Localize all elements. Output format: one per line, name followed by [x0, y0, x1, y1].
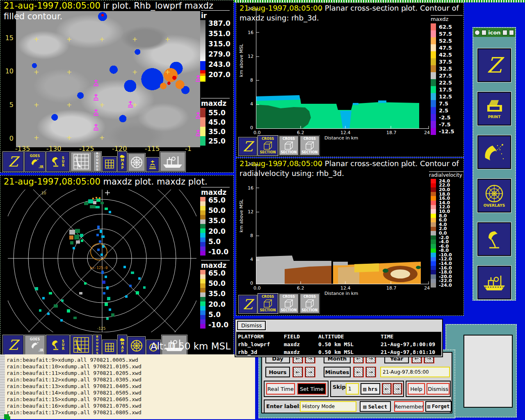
- ir-colorbar-tick: 387.0: [208, 18, 231, 29]
- ppi-radar-display[interactable]: b<-125-0 10 -125: [8, 189, 196, 332]
- goes-ir-button[interactable]: GOES.IR: [25, 335, 45, 355]
- small-grid-button[interactable]: [103, 157, 116, 171]
- goes-ir-button[interactable]: GOES.IR: [25, 152, 45, 171]
- ir-y-tick: 10: [1, 67, 14, 75]
- terminal-line: rain:beaufait:13>xdump.all 970821.0405.x…: [7, 383, 142, 390]
- bounds-button[interactable]: BOUNDS: [93, 152, 101, 171]
- select-button[interactable]: ▤Select: [360, 401, 391, 412]
- cross-section-button-1[interactable]: CROSSSECTION: [258, 136, 278, 155]
- window-ppi-plot: 21-aug-1997,08:05:00 maxdz plot. maxdz p…: [0, 175, 234, 357]
- platform-table-row: rhb_lowprfmaxdz0.50 km MSL21-Aug-97,8:00…: [238, 340, 440, 348]
- icon-toolbox-titlebar: icon: [473, 28, 515, 37]
- colorbar-tick: 20.0: [208, 228, 228, 235]
- ir-y-tick: 0: [1, 135, 14, 142]
- surveillance-button[interactable]: SUR: [46, 152, 69, 171]
- window-maximize-button[interactable]: [509, 30, 514, 35]
- ship-icon: [483, 274, 506, 291]
- arrow-left-icon: ←: [354, 367, 363, 377]
- grid-plus-marker: +: [99, 135, 105, 141]
- hours-decrement-button[interactable]: ←: [292, 367, 303, 377]
- xsec-maxdz-title: 21-aug-1997,08:05:00 Planar cross-sectio…: [240, 4, 459, 12]
- ship-platform-button[interactable]: [477, 266, 511, 299]
- platform-dismiss-button[interactable]: Dismiss: [237, 321, 266, 330]
- overlay-wheel-button[interactable]: [128, 337, 145, 355]
- zeb-z-icon: Z: [243, 297, 253, 311]
- skip-value-field[interactable]: [346, 383, 359, 395]
- colorbar-entry: -2.5: [431, 114, 454, 121]
- buoy-button[interactable]: [146, 158, 159, 171]
- remember-button[interactable]: Remember: [394, 401, 424, 412]
- zeb-logo-button[interactable]: Z: [239, 137, 257, 155]
- grid-icon: [105, 159, 114, 169]
- zeb-z-icon: Z: [487, 55, 502, 76]
- skip-back-button[interactable]: ←: [382, 383, 392, 395]
- minutes-decrement-button[interactable]: ←: [353, 367, 364, 377]
- small-grid-button[interactable]: [103, 340, 116, 355]
- radar-grid-button[interactable]: [71, 335, 92, 355]
- status-indicator: [4, 414, 9, 419]
- hours-increment-button[interactable]: →: [305, 367, 315, 377]
- overlays-button[interactable]: OVERLAYS: [477, 179, 511, 212]
- satellite-button[interactable]: [477, 135, 511, 169]
- overlay-wheel-button[interactable]: [128, 153, 145, 171]
- print-button[interactable]: PRINT: [477, 92, 511, 126]
- ir-maxdz-colorbar-title: maxdz: [201, 98, 230, 107]
- ir-colorbar-segment: [200, 70, 205, 73]
- zeb-logo-button[interactable]: Z: [239, 295, 257, 313]
- hours-label: Hours: [265, 367, 290, 377]
- xsec-maxdz-plot[interactable]: [256, 9, 429, 129]
- set-time-button[interactable]: Set Time: [297, 383, 326, 395]
- skip-units-button[interactable]: ▤hrs: [361, 383, 380, 395]
- cross-section-button-2[interactable]: CROSSSECTION: [279, 294, 299, 313]
- xsec-radial-plot[interactable]: [256, 164, 429, 284]
- colorbar-tick: -10.0: [208, 249, 228, 256]
- time-dismiss-button[interactable]: Dismiss: [427, 383, 450, 395]
- ship-button[interactable]: [160, 152, 185, 171]
- menu-icon: ▤: [363, 404, 367, 410]
- colorbar-swatch: [200, 228, 205, 233]
- satellite-image[interactable]: + + + + + + + + + + + + + + + +: [16, 11, 200, 147]
- colorbar-swatch: [200, 315, 205, 320]
- map-button[interactable]: MAP: [118, 335, 127, 355]
- colorbar-swatch: [200, 270, 205, 274]
- real-time-button[interactable]: Real Time: [266, 383, 295, 395]
- label-entry-field[interactable]: [300, 401, 356, 412]
- cross-section-button-2[interactable]: CROSSSECTION: [279, 136, 299, 155]
- window-minimize-button[interactable]: [502, 30, 507, 35]
- platform-table-row: rhb_3dmaxdz0.50 km MSL21-Aug-97,8:01:10: [238, 348, 440, 356]
- ir-toolbar: Z GOES.IR SUR BOUNDS MAP: [3, 152, 185, 171]
- bounds-button[interactable]: BOUNDS: [93, 335, 101, 355]
- cross-section-button-3[interactable]: CROSSSECTION: [300, 294, 320, 313]
- forget-button[interactable]: ▤Forget: [425, 401, 452, 412]
- terminal-scrollbar[interactable]: [0, 354, 5, 419]
- xsec-radial-title: 21-aug-1997,08:05:00 Planar cross-sectio…: [240, 159, 459, 168]
- ppi-colorbar2-title: maxdz: [201, 260, 230, 269]
- grid-plus-marker: +: [165, 36, 170, 43]
- colorbar-swatch: [200, 219, 205, 224]
- xsec-maxdz-title-line2: maxdz using: rhb_3d.: [240, 14, 319, 22]
- colorbar-swatch: [200, 251, 205, 256]
- window-time-control: Day ← → Month ← → Year ← → Hours ← → Min…: [258, 349, 455, 418]
- window-menu-button[interactable]: [475, 30, 480, 35]
- colorbar-entry: 22.5: [431, 79, 454, 86]
- colorbar-swatch: [200, 288, 205, 292]
- radar-antenna-button[interactable]: [477, 222, 511, 256]
- cross-section-button-3[interactable]: CROSSSECTION: [300, 136, 320, 155]
- terminal-window[interactable]: rain:beaufait:9>xdump.all 970821.0005.xw…: [0, 354, 255, 419]
- cube-icon: [305, 299, 315, 308]
- zeb-logo-button[interactable]: Z: [3, 335, 23, 355]
- xsec-maxdz-ylabel: km above MSL: [239, 44, 244, 77]
- map-button[interactable]: MAP: [118, 152, 127, 171]
- radar-grid-button[interactable]: [71, 152, 92, 171]
- colorbar-entry: 52.5: [431, 37, 454, 44]
- minutes-increment-button[interactable]: →: [365, 367, 376, 377]
- zeb-main-button[interactable]: Z: [477, 48, 511, 82]
- colorbar-tick: 65.0: [208, 270, 228, 277]
- skip-forward-button[interactable]: →: [393, 383, 402, 395]
- surveillance-button[interactable]: SUR: [46, 335, 69, 355]
- cross-section-button-1[interactable]: CROSSSECTION: [258, 294, 278, 313]
- zeb-logo-button[interactable]: Z: [3, 152, 23, 171]
- time-value-field[interactable]: [380, 367, 450, 377]
- help-button[interactable]: Help: [408, 383, 425, 395]
- terminal-line: rain:beaufait:15>xdump.all 970821.0605.x…: [7, 396, 142, 403]
